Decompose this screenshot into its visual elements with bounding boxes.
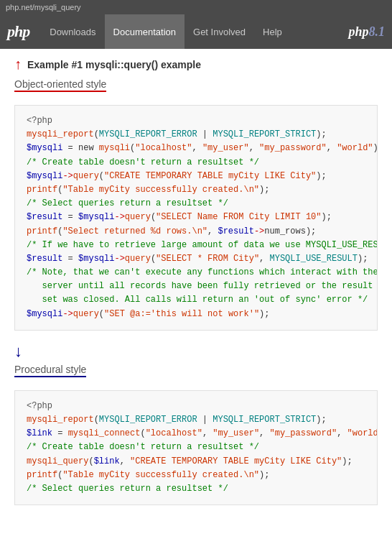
code-line: printf("Table myCity successfully create… (27, 469, 365, 482)
code-line: $result = $mysqli->query("SELECT Name FR… (27, 211, 365, 224)
nav-get-involved[interactable]: Get Involved (185, 14, 254, 49)
code-line: <?php (27, 400, 365, 413)
code-line: /* Create table doesn't return a results… (27, 156, 365, 170)
nav-downloads[interactable]: Downloads (41, 14, 104, 49)
code-line: server until all records have been fully… (27, 280, 365, 293)
navy-arrow-icon: ↓ (14, 342, 378, 361)
page-content: ↑ Example #1 mysqli::query() example Obj… (0, 49, 392, 524)
code-line: $link = mysqli_connect("localhost", "my_… (27, 427, 365, 441)
code-line: /* Select queries return a resultset */ (27, 197, 365, 211)
code-line: /* Create table doesn't return a results… (27, 441, 365, 454)
main-nav: php Downloads Documentation Get Involved… (0, 14, 392, 49)
section-proc-heading: Procedural style (14, 364, 86, 377)
example-title: ↑ Example #1 mysqli::query() example (14, 56, 378, 73)
code-line: $mysqli = new mysqli("localhost", "my_us… (27, 142, 365, 155)
code-line: printf("Select returned %d rows.\n", $re… (27, 225, 365, 239)
code-block-oo: <?php mysqli_report(MYSQLI_REPORT_ERROR … (14, 105, 378, 331)
code-line: set was closed. All calls will return an… (27, 293, 365, 307)
code-line: <?php (27, 114, 365, 128)
code-line: /* Select queries return a resultset */ (27, 482, 365, 496)
nav-documentation[interactable]: Documentation (105, 14, 185, 49)
code-line: mysqli_report(MYSQLI_REPORT_ERROR | MYSQ… (27, 413, 365, 427)
code-line: printf("Table myCity successfully create… (27, 183, 365, 197)
code-line: mysqli_report(MYSQLI_REPORT_ERROR | MYSQ… (27, 128, 365, 142)
url-text: php.net/mysqli_query (6, 3, 81, 11)
nav-help[interactable]: Help (254, 14, 291, 49)
nav-logo-right: php8.1 (348, 24, 385, 40)
code-line: /* Note, that we can't execute any funct… (27, 266, 365, 280)
section-oo: Object-oriented style (14, 78, 378, 98)
section-proc: ↓ Procedural style (14, 342, 378, 383)
url-bar: php.net/mysqli_query (0, 0, 392, 14)
code-line: /* If we have to retrieve large amount o… (27, 239, 365, 252)
red-arrow-icon: ↑ (14, 56, 22, 73)
code-line: $mysqli->query("CREATE TEMPORARY TABLE m… (27, 170, 365, 183)
nav-logo: php (7, 22, 29, 41)
code-line: mysqli_query($link, "CREATE TEMPORARY TA… (27, 455, 365, 469)
code-block-proc: <?php mysqli_report(MYSQLI_REPORT_ERROR … (14, 390, 378, 505)
example-title-text: Example #1 mysqli::query() example (27, 59, 201, 70)
code-line: $result = $mysqli->query("SELECT * FROM … (27, 252, 365, 266)
code-line: $mysqli->query("SET @a:='this will not w… (27, 308, 365, 321)
section-oo-heading: Object-oriented style (14, 78, 106, 92)
